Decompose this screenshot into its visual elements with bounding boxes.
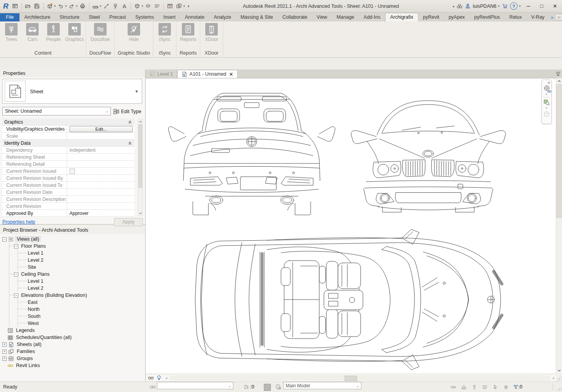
collapse-icon[interactable]: −: [14, 272, 18, 277]
vertical-scroll-thumb[interactable]: [557, 84, 562, 218]
property-value[interactable]: [67, 196, 134, 202]
graphics-button[interactable]: Graphics: [66, 23, 84, 49]
close-inactive-windows-icon[interactable]: [166, 2, 174, 11]
view-tab-level-1[interactable]: Level 1: [146, 70, 177, 78]
properties-scrollbar[interactable]: [138, 119, 143, 216]
ribbon-tab-add-ins[interactable]: Add-Ins: [359, 13, 385, 21]
vertical-scrollbar[interactable]: [556, 78, 562, 374]
tree-item-views-all-[interactable]: −Views (all): [1, 236, 144, 243]
tree-item-level-2[interactable]: Level 2: [18, 257, 144, 264]
redo-icon[interactable]: [68, 2, 76, 11]
ribbon-tab-architecture[interactable]: Architecture: [20, 13, 55, 21]
docuflow-button[interactable]: Docuflow: [91, 23, 109, 49]
property-value[interactable]: [67, 203, 134, 209]
editing-requests-icon[interactable]: [244, 382, 249, 392]
search-icon[interactable]: [457, 3, 462, 9]
tree-item-west[interactable]: West: [18, 320, 144, 327]
ribbon-tab-annotate[interactable]: Annotate: [180, 13, 209, 21]
drag-on-selection-icon[interactable]: [493, 382, 498, 392]
expand-icon[interactable]: +: [2, 342, 7, 347]
tree-item-floor-plans[interactable]: −Floor Plans: [9, 243, 144, 250]
revit-logo[interactable]: R: [2, 2, 10, 11]
infocenter-collapse-icon[interactable]: ◂: [452, 4, 454, 8]
active-workset-dropdown[interactable]: ⌄: [157, 382, 233, 389]
property-value[interactable]: [67, 182, 134, 188]
editable-only-toggle[interactable]: [264, 384, 271, 391]
view-tab-a101-unnamed[interactable]: A101 - Unnamed✕: [177, 70, 237, 78]
close-button[interactable]: ×: [550, 2, 560, 11]
print-icon[interactable]: [79, 2, 87, 11]
save-icon[interactable]: [33, 2, 41, 11]
help-dropdown-icon[interactable]: ▾: [519, 4, 521, 8]
hide-button[interactable]: Hide: [125, 23, 143, 49]
revision-issued-checkbox[interactable]: [69, 169, 75, 174]
expand-icon[interactable]: +: [2, 357, 7, 361]
people-button[interactable]: People: [44, 23, 62, 49]
scroll-right-icon[interactable]: ›: [551, 376, 556, 380]
design-option-chevron-icon[interactable]: ⌄: [354, 384, 361, 388]
selection-filter-funnel-icon[interactable]: [513, 382, 519, 392]
tree-item-level-1[interactable]: Level 1: [18, 250, 144, 257]
property-value[interactable]: [67, 133, 134, 139]
ribbon-tab-insert[interactable]: Insert: [158, 13, 180, 21]
reveal-hidden-elements-bulb-icon[interactable]: [156, 375, 162, 381]
close-view-icon[interactable]: ✕: [229, 71, 233, 77]
tree-item-north[interactable]: North: [18, 306, 144, 313]
text-icon[interactable]: A: [121, 2, 128, 11]
ribbon-tab-collaborate[interactable]: Collaborate: [278, 13, 312, 21]
apply-button[interactable]: Apply: [114, 218, 143, 226]
measure-icon[interactable]: [92, 2, 100, 11]
instance-selector-chevron-icon[interactable]: ⌄: [104, 109, 111, 113]
maximize-button[interactable]: □: [536, 2, 547, 11]
property-group-header[interactable]: Identity Data: [2, 140, 134, 147]
section-icon[interactable]: [144, 2, 152, 11]
account-dropdown-icon[interactable]: ▾: [498, 4, 500, 8]
property-value[interactable]: [67, 175, 134, 181]
ribbon-tab-pyrevitplus[interactable]: pyRevitPlus: [470, 13, 505, 21]
tag-icon[interactable]: [112, 2, 119, 11]
type-selector-dropdown-icon[interactable]: ▼: [135, 89, 142, 94]
worksets-icon[interactable]: [150, 382, 156, 392]
steering-wheel-2d-icon[interactable]: 2D: [543, 85, 551, 92]
tree-item-level-2[interactable]: Level 2: [18, 285, 144, 292]
undo-dropdown-icon[interactable]: ▾: [65, 4, 67, 8]
resize-grip[interactable]: [557, 376, 561, 380]
tree-item-east[interactable]: East: [18, 299, 144, 306]
tree-item-site[interactable]: Site: [18, 264, 144, 271]
ribbon-tab-manage[interactable]: Manage: [332, 13, 359, 21]
navbar-collapse-icon[interactable]: −: [544, 112, 549, 117]
window-menu-icon[interactable]: [11, 2, 19, 11]
wheel-dropdown-icon[interactable]: ▾: [546, 93, 548, 96]
xdoor-button[interactable]: XDoor: [203, 23, 221, 49]
open-icon[interactable]: [24, 2, 32, 11]
scroll-down-icon[interactable]: [138, 211, 142, 216]
property-value[interactable]: Approver: [67, 210, 134, 216]
ribbon-tab-analyze[interactable]: Analyze: [209, 13, 236, 21]
select-links-icon[interactable]: [450, 382, 456, 392]
ribbon-tab-file[interactable]: File: [0, 13, 20, 21]
undo-icon[interactable]: [57, 2, 65, 11]
select-underlay-icon[interactable]: [461, 382, 467, 392]
property-value[interactable]: [67, 154, 134, 160]
expand-icon[interactable]: +: [2, 349, 7, 354]
select-pinned-icon[interactable]: [471, 382, 477, 392]
tree-item-elevations-building-elevation-[interactable]: −Elevations (Building Elevation): [9, 292, 144, 299]
selection-settings-gear-icon[interactable]: [503, 382, 509, 392]
ribbon-tab-archigrafix[interactable]: Archigrafix: [385, 13, 418, 21]
help-icon[interactable]: ?: [510, 2, 518, 10]
property-value[interactable]: Edit...: [67, 126, 134, 132]
thin-lines-icon[interactable]: [153, 2, 161, 11]
tree-item-legends[interactable]: Legends: [1, 327, 144, 334]
default-3d-view-icon[interactable]: [133, 2, 141, 11]
select-by-face-icon[interactable]: [482, 382, 488, 392]
edit-type-button[interactable]: Edit Type: [112, 107, 142, 116]
edit-overrides-button[interactable]: Edit...: [69, 126, 133, 132]
property-value[interactable]: [67, 168, 134, 174]
zoom-region-icon[interactable]: [543, 98, 551, 106]
collapse-icon[interactable]: −: [14, 244, 18, 248]
tree-item-south[interactable]: South: [18, 313, 144, 320]
ribbon-tab-pyapex[interactable]: pyApex: [444, 13, 470, 21]
type-selector[interactable]: Sheet ▼: [2, 79, 142, 104]
ribbon-tab-systems[interactable]: Systems: [130, 13, 158, 21]
aligned-dimension-icon[interactable]: [103, 2, 110, 11]
